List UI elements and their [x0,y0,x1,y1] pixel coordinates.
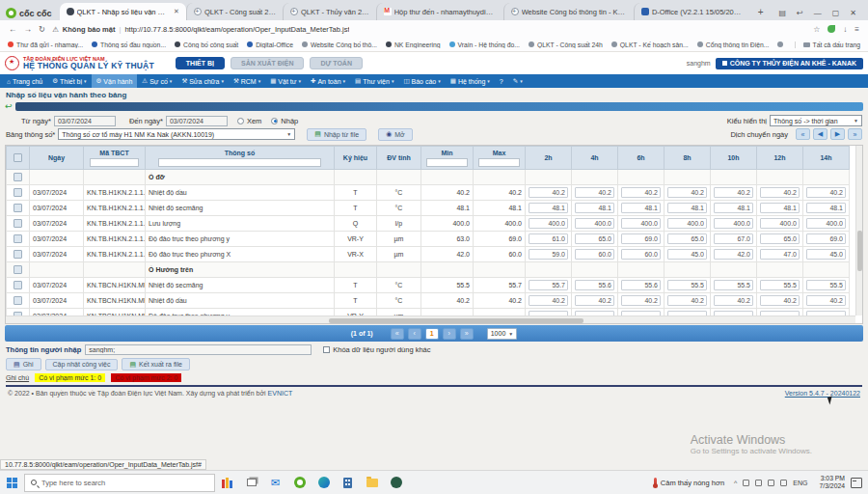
nav-item-thiet-bi[interactable]: ⚙Thiết bị▾ [47,74,91,88]
row-checkbox[interactable] [14,281,22,289]
minimize-icon[interactable]: — [814,9,822,17]
value-input[interactable] [667,280,707,290]
value-input[interactable] [760,249,800,260]
row-checkbox[interactable] [14,219,22,228]
value-input[interactable] [621,187,661,198]
reload-icon[interactable]: ↻ [39,24,45,34]
prev-day-button[interactable]: ◀ [813,128,827,140]
module-button[interactable]: DỰ TOÁN [310,57,363,69]
value-input[interactable] [667,295,707,306]
row-checkbox[interactable] [14,250,22,259]
back-icon[interactable]: ← [9,24,17,34]
horizontal-scroll-thumb[interactable] [329,318,583,323]
bookmark-item[interactable]: Website Công bố thô... [302,41,377,48]
nav-item-bao-cao[interactable]: ◫Báo cáo▾ [398,74,445,88]
value-input[interactable] [714,295,753,306]
close-icon[interactable]: ✕ [850,9,856,17]
forward-icon[interactable]: → [24,24,33,34]
value-input[interactable] [714,218,753,229]
collapse-arrow-icon[interactable]: ↩ [5,102,13,111]
nav-item-help[interactable]: ? [495,74,508,88]
export-file-button[interactable]: ▤ Kết xuất ra file [122,358,189,370]
tab-search-icon[interactable]: ▤ [778,9,786,17]
vertical-scrollbar[interactable] [855,146,862,316]
input-radio[interactable] [271,118,278,124]
current-page-button[interactable]: 1 [425,328,439,340]
value-input[interactable] [529,187,568,198]
bookmark-item[interactable]: Website Công bố thô... [777,41,785,48]
file-explorer-app-button[interactable] [360,471,384,494]
column-filter-input[interactable] [90,158,140,167]
close-tab-icon[interactable]: ✕ [172,8,179,15]
value-input[interactable] [575,233,614,244]
tray-icon[interactable] [755,480,762,486]
evnict-link[interactable]: EVNICT [268,390,293,397]
company-button[interactable]: CÔNG TY THỦY ĐIỆN AN KHÊ - KANAK [716,58,863,69]
value-input[interactable] [667,187,707,198]
browser-tab[interactable]: QLKT - Thủy văn 24h [283,3,376,20]
first-page-button[interactable]: « [391,328,404,340]
row-checkbox[interactable] [14,265,22,274]
bookmark-item[interactable]: Cổng thông tin Điện... [697,41,770,48]
notification-center-icon[interactable] [851,478,862,488]
to-date-input[interactable] [166,116,228,126]
next-day-button[interactable]: ▶ [830,128,845,140]
value-input[interactable] [806,218,846,229]
value-input[interactable] [621,295,661,306]
prev-page-button[interactable]: ‹ [408,328,421,340]
value-input[interactable] [529,249,568,260]
value-input[interactable] [806,187,846,198]
bookmark-star-icon[interactable]: ☆ [813,25,820,34]
bookmark-item[interactable]: Thư đã gửi - nhamay... [8,41,83,48]
hidden-icons-chevron[interactable]: ^ [734,480,737,486]
nav-item-trang-chu[interactable]: ⌂Trang chủ [2,74,47,88]
value-input[interactable] [667,233,707,244]
column-filter-input[interactable] [158,158,320,167]
import-file-button[interactable]: ▤ Nhập từ file [307,128,366,141]
language-indicator[interactable]: ENG [793,480,807,486]
panel-header-bar[interactable] [15,102,863,111]
weather-widget[interactable]: Cảm thấy nóng hơn [654,478,724,487]
value-input[interactable] [760,295,800,306]
value-input[interactable] [529,233,568,244]
value-input[interactable] [714,203,753,213]
value-input[interactable] [760,187,800,198]
menu-icon[interactable]: ≡ [854,25,859,34]
value-input[interactable] [575,280,614,290]
browser-tab[interactable]: Hộp thư đến - nhamaythuydienk [376,3,503,20]
display-type-select[interactable]: Thông số -> thời gian ▼ [770,115,862,126]
bookmark-item[interactable]: QLKT - Kế hoạch sản... [611,41,689,48]
nav-item-thu-vien[interactable]: ▤Thư viện▾ [350,74,398,88]
param-table-select[interactable]: Thông số cơ tổ máy H1 NM Ka Nak (AKKN.10… [58,128,295,140]
media-app-button[interactable] [215,471,239,494]
task-view-button[interactable] [239,471,263,494]
value-input[interactable] [575,187,614,198]
nav-item-su-co[interactable]: ⚠Sự cố▾ [137,74,176,88]
value-input[interactable] [760,218,800,229]
value-input[interactable] [806,233,846,244]
value-input[interactable] [621,233,661,244]
row-checkbox[interactable] [14,173,22,181]
new-tab-button[interactable]: + [750,7,772,20]
coccoc-brand[interactable]: cốc cốc [4,8,60,20]
start-button[interactable] [0,471,24,494]
taskbar-search[interactable]: Type here to search [24,474,215,492]
nav-item-edit[interactable]: ✎▾ [508,74,528,88]
calculator-app-button[interactable] [336,471,360,494]
value-input[interactable] [760,203,800,213]
last-page-button[interactable]: » [460,328,474,340]
url-field[interactable]: ⚠ Không bảo mật | http://10.77.8.5:8000/… [52,25,806,34]
value-input[interactable] [667,218,707,229]
row-checkbox[interactable] [14,204,22,212]
row-checkbox[interactable] [14,188,22,197]
coccoc-dark-app-button[interactable] [384,471,408,494]
bookmark-item[interactable]: NK Engineering [386,41,441,48]
value-input[interactable] [621,203,661,213]
value-input[interactable] [714,280,753,290]
module-button[interactable]: THIẾT BỊ [176,57,225,69]
bookmark-item[interactable]: QLKT - Công suất 24h [529,41,603,48]
bookmark-item[interactable]: Digital-Office [247,41,293,48]
bookmark-item[interactable]: Thông số đầu nguồn... [92,41,166,48]
value-input[interactable] [760,280,800,290]
value-input[interactable] [529,280,568,290]
